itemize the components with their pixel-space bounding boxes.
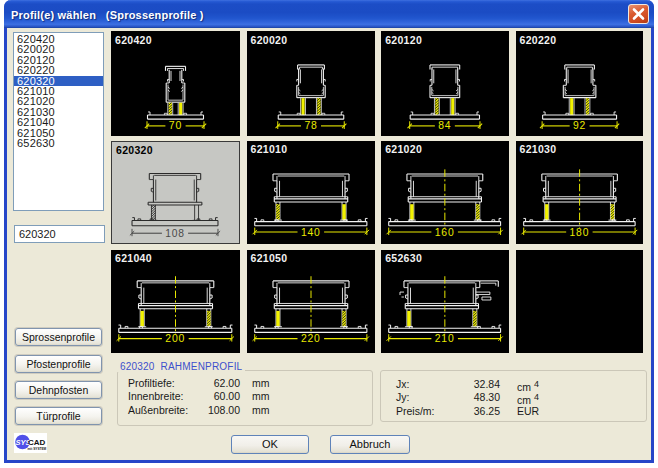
svg-text:180: 180 <box>569 226 589 237</box>
svg-text:CAD: CAD <box>28 437 46 446</box>
svg-text:200: 200 <box>165 333 185 344</box>
svg-text:220: 220 <box>300 333 320 344</box>
svg-text:210: 210 <box>435 333 455 344</box>
svg-text:160: 160 <box>435 226 455 237</box>
svg-text:mit SYSTEM: mit SYSTEM <box>28 446 47 450</box>
svg-text:78: 78 <box>304 119 317 131</box>
svg-text:92: 92 <box>573 120 586 131</box>
svg-text:140: 140 <box>300 226 320 237</box>
svg-text:108: 108 <box>165 227 184 238</box>
svg-text:70: 70 <box>169 119 182 131</box>
svg-text:84: 84 <box>438 120 451 131</box>
